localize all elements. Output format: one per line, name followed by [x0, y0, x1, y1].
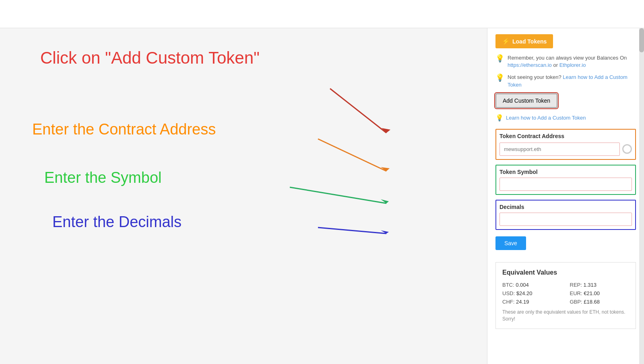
equiv-grid: BTC: 0.004 REP: 1.313 USD: $24.20 EUR: €… — [502, 282, 629, 305]
add-custom-token-button[interactable]: Add Custom Token — [495, 93, 557, 108]
contract-address-input[interactable] — [500, 143, 620, 156]
bulb-icon-1: 💡 — [495, 54, 504, 64]
gbp-value: £18.68 — [584, 299, 600, 305]
scrollbar-thumb[interactable] — [639, 28, 644, 52]
decimals-section: Decimals — [495, 200, 636, 230]
bulb-icon-2: 💡 — [495, 73, 504, 83]
gbp-label: GBP: — [570, 299, 582, 305]
chf-row: CHF: 24.19 — [502, 299, 562, 305]
left-panel: Click on "Add Custom Token" Enter the Co… — [0, 28, 487, 364]
annotation-contract: Enter the Contract Address — [32, 121, 216, 138]
usd-row: USD: $24.20 — [502, 290, 562, 296]
top-bar — [0, 0, 644, 28]
token-symbol-input[interactable] — [500, 178, 632, 191]
contract-input-row — [500, 143, 632, 156]
btc-row: BTC: 0.004 — [502, 282, 562, 288]
save-button[interactable]: Save — [495, 236, 526, 250]
eur-label: EUR: — [570, 290, 582, 296]
token-symbol-section: Token Symbol — [495, 165, 636, 195]
svg-marker-7 — [381, 230, 389, 234]
chf-value: 24.19 — [516, 299, 529, 305]
decimals-label: Decimals — [500, 204, 632, 210]
annotation-click: Click on "Add Custom Token" — [40, 48, 260, 68]
svg-line-4 — [290, 187, 386, 203]
main-content: Click on "Add Custom Token" Enter the Co… — [0, 28, 644, 364]
annotation-decimals: Enter the Decimals — [52, 213, 182, 231]
info-item-not-seeing: 💡 Not seeing your token? Learn how to Ad… — [495, 74, 636, 88]
contract-address-label: Token Contract Address — [500, 133, 632, 139]
svg-line-2 — [318, 139, 386, 171]
svg-line-0 — [330, 89, 386, 133]
rep-label: REP: — [570, 282, 582, 288]
spinner-icon — [622, 144, 632, 154]
contract-address-section: Token Contract Address — [495, 129, 636, 160]
arrows-svg — [0, 28, 487, 364]
btc-value: 0.004 — [516, 282, 529, 288]
eur-row: EUR: €21.00 — [570, 290, 630, 296]
decimals-input[interactable] — [500, 213, 632, 226]
svg-marker-1 — [382, 128, 390, 133]
etherscan-link[interactable]: https://etherscan.io — [508, 62, 552, 68]
lightning-icon: ⚡ — [502, 37, 510, 45]
svg-line-6 — [318, 228, 386, 234]
rep-value: 1.313 — [583, 282, 597, 288]
usd-label: USD: — [502, 290, 515, 296]
scrollbar-track[interactable] — [639, 28, 644, 364]
btc-label: BTC: — [502, 282, 514, 288]
bulb-icon-3: 💡 — [495, 114, 504, 122]
usd-value: $24.20 — [516, 290, 533, 296]
gbp-row: GBP: £18.68 — [570, 299, 630, 305]
equiv-note: These are only the equivalent values for… — [502, 309, 629, 323]
chf-label: CHF: — [502, 299, 514, 305]
annotation-symbol: Enter the Symbol — [44, 169, 161, 186]
learn-add-custom-link[interactable]: 💡 Learn how to Add a Custom Token — [495, 114, 636, 122]
load-tokens-button[interactable]: ⚡ Load Tokens — [495, 34, 553, 48]
ethplorer-link[interactable]: Ethplorer.io — [559, 62, 586, 68]
equiv-title: Equivalent Values — [502, 269, 629, 276]
svg-marker-5 — [381, 199, 389, 203]
equivalent-values-section: Equivalent Values BTC: 0.004 REP: 1.313 … — [495, 262, 636, 329]
token-symbol-label: Token Symbol — [500, 169, 632, 175]
rep-row: REP: 1.313 — [570, 282, 630, 288]
right-panel[interactable]: ⚡ Load Tokens 💡 Remember, you can always… — [487, 28, 644, 364]
info-item-balances: 💡 Remember, you can always view your Bal… — [495, 54, 636, 69]
eur-value: €21.00 — [584, 290, 600, 296]
svg-marker-3 — [381, 167, 390, 171]
